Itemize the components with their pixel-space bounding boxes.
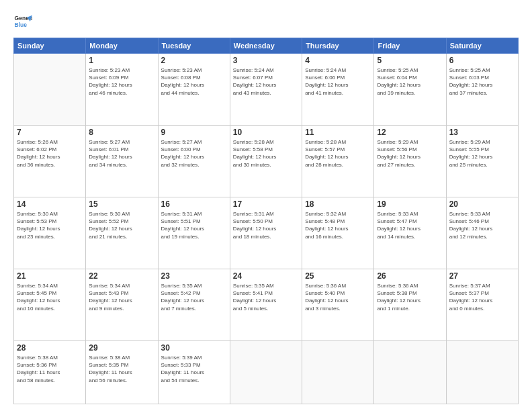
- day-info: Sunrise: 5:35 AM Sunset: 5:42 PM Dayligh…: [161, 282, 227, 312]
- day-cell: 9Sunrise: 5:27 AM Sunset: 6:00 PM Daylig…: [158, 126, 230, 197]
- day-number: 30: [161, 343, 227, 353]
- day-cell: 6Sunrise: 5:25 AM Sunset: 6:03 PM Daylig…: [446, 54, 518, 126]
- weekday-header-friday: Friday: [374, 38, 446, 54]
- day-info: Sunrise: 5:23 AM Sunset: 6:09 PM Dayligh…: [89, 66, 154, 97]
- day-cell: 18Sunrise: 5:32 AM Sunset: 5:48 PM Dayli…: [302, 197, 374, 269]
- day-info: Sunrise: 5:30 AM Sunset: 5:52 PM Dayligh…: [89, 210, 154, 240]
- day-info: Sunrise: 5:38 AM Sunset: 5:36 PM Dayligh…: [17, 354, 83, 384]
- day-info: Sunrise: 5:36 AM Sunset: 5:38 PM Dayligh…: [377, 282, 443, 312]
- day-info: Sunrise: 5:24 AM Sunset: 6:07 PM Dayligh…: [233, 66, 299, 97]
- day-number: 8: [89, 128, 154, 137]
- day-cell: [374, 341, 446, 404]
- day-number: 27: [449, 271, 515, 281]
- day-info: Sunrise: 5:25 AM Sunset: 6:04 PM Dayligh…: [377, 66, 443, 97]
- day-cell: [446, 341, 518, 404]
- day-cell: 12Sunrise: 5:29 AM Sunset: 5:56 PM Dayli…: [374, 126, 446, 197]
- day-cell: 5Sunrise: 5:25 AM Sunset: 6:04 PM Daylig…: [374, 54, 446, 126]
- day-number: 3: [233, 56, 299, 65]
- weekday-header-sunday: Sunday: [14, 38, 86, 54]
- day-cell: 8Sunrise: 5:27 AM Sunset: 6:01 PM Daylig…: [86, 126, 158, 197]
- day-number: 7: [17, 128, 83, 137]
- week-row-5: 28Sunrise: 5:38 AM Sunset: 5:36 PM Dayli…: [14, 341, 519, 404]
- day-info: Sunrise: 5:39 AM Sunset: 5:33 PM Dayligh…: [161, 354, 227, 384]
- day-number: 4: [305, 56, 371, 65]
- day-number: 1: [89, 56, 154, 65]
- header: General Blue: [13, 12, 519, 31]
- week-row-2: 7Sunrise: 5:26 AM Sunset: 6:02 PM Daylig…: [14, 126, 519, 197]
- day-cell: 1Sunrise: 5:23 AM Sunset: 6:09 PM Daylig…: [86, 54, 158, 126]
- day-info: Sunrise: 5:35 AM Sunset: 5:41 PM Dayligh…: [233, 282, 299, 312]
- day-info: Sunrise: 5:27 AM Sunset: 6:00 PM Dayligh…: [161, 138, 227, 169]
- day-number: 26: [377, 271, 443, 281]
- day-cell: 11Sunrise: 5:28 AM Sunset: 5:57 PM Dayli…: [302, 126, 374, 197]
- day-number: 12: [377, 128, 443, 137]
- calendar-table: SundayMondayTuesdayWednesdayThursdayFrid…: [13, 38, 519, 404]
- weekday-header-tuesday: Tuesday: [158, 38, 230, 54]
- day-number: 6: [449, 56, 515, 65]
- day-info: Sunrise: 5:31 AM Sunset: 5:50 PM Dayligh…: [233, 210, 299, 240]
- day-number: 29: [89, 343, 154, 353]
- day-info: Sunrise: 5:28 AM Sunset: 5:58 PM Dayligh…: [233, 138, 299, 169]
- day-number: 14: [17, 199, 83, 209]
- logo: General Blue: [13, 12, 32, 31]
- day-number: 20: [449, 199, 515, 209]
- day-info: Sunrise: 5:27 AM Sunset: 6:01 PM Dayligh…: [89, 138, 154, 169]
- weekday-header-row: SundayMondayTuesdayWednesdayThursdayFrid…: [14, 38, 519, 54]
- day-cell: 10Sunrise: 5:28 AM Sunset: 5:58 PM Dayli…: [230, 126, 302, 197]
- logo-icon: General Blue: [13, 12, 32, 31]
- day-info: Sunrise: 5:29 AM Sunset: 5:56 PM Dayligh…: [377, 138, 443, 169]
- day-cell: 19Sunrise: 5:33 AM Sunset: 5:47 PM Dayli…: [374, 197, 446, 269]
- day-info: Sunrise: 5:25 AM Sunset: 6:03 PM Dayligh…: [449, 66, 515, 97]
- day-info: Sunrise: 5:36 AM Sunset: 5:40 PM Dayligh…: [305, 282, 371, 312]
- day-info: Sunrise: 5:37 AM Sunset: 5:37 PM Dayligh…: [449, 282, 515, 312]
- day-number: 13: [449, 128, 515, 137]
- day-cell: 28Sunrise: 5:38 AM Sunset: 5:36 PM Dayli…: [14, 341, 86, 404]
- day-cell: 7Sunrise: 5:26 AM Sunset: 6:02 PM Daylig…: [14, 126, 86, 197]
- day-cell: 16Sunrise: 5:31 AM Sunset: 5:51 PM Dayli…: [158, 197, 230, 269]
- day-cell: 22Sunrise: 5:34 AM Sunset: 5:43 PM Dayli…: [86, 269, 158, 341]
- day-number: 17: [233, 199, 299, 209]
- day-cell: [302, 341, 374, 404]
- svg-text:Blue: Blue: [15, 21, 28, 28]
- day-cell: 14Sunrise: 5:30 AM Sunset: 5:53 PM Dayli…: [14, 197, 86, 269]
- day-cell: 21Sunrise: 5:34 AM Sunset: 5:45 PM Dayli…: [14, 269, 86, 341]
- day-number: 19: [377, 199, 443, 209]
- weekday-header-thursday: Thursday: [302, 38, 374, 54]
- day-number: 24: [233, 271, 299, 281]
- day-info: Sunrise: 5:26 AM Sunset: 6:02 PM Dayligh…: [17, 138, 83, 169]
- day-number: 18: [305, 199, 371, 209]
- day-info: Sunrise: 5:30 AM Sunset: 5:53 PM Dayligh…: [17, 210, 83, 240]
- weekday-header-wednesday: Wednesday: [230, 38, 302, 54]
- day-number: 9: [161, 128, 227, 137]
- day-cell: 3Sunrise: 5:24 AM Sunset: 6:07 PM Daylig…: [230, 54, 302, 126]
- day-cell: 15Sunrise: 5:30 AM Sunset: 5:52 PM Dayli…: [86, 197, 158, 269]
- week-row-3: 14Sunrise: 5:30 AM Sunset: 5:53 PM Dayli…: [14, 197, 519, 269]
- day-cell: 29Sunrise: 5:38 AM Sunset: 5:35 PM Dayli…: [86, 341, 158, 404]
- day-info: Sunrise: 5:31 AM Sunset: 5:51 PM Dayligh…: [161, 210, 227, 240]
- day-info: Sunrise: 5:24 AM Sunset: 6:06 PM Dayligh…: [305, 66, 371, 97]
- day-cell: 13Sunrise: 5:29 AM Sunset: 5:55 PM Dayli…: [446, 126, 518, 197]
- day-number: 21: [17, 271, 83, 281]
- day-cell: 25Sunrise: 5:36 AM Sunset: 5:40 PM Dayli…: [302, 269, 374, 341]
- day-number: 16: [161, 199, 227, 209]
- week-row-1: 1Sunrise: 5:23 AM Sunset: 6:09 PM Daylig…: [14, 54, 519, 126]
- day-cell: [14, 54, 86, 126]
- day-number: 10: [233, 128, 299, 137]
- day-number: 28: [17, 343, 83, 353]
- day-info: Sunrise: 5:33 AM Sunset: 5:47 PM Dayligh…: [377, 210, 443, 240]
- day-info: Sunrise: 5:23 AM Sunset: 6:08 PM Dayligh…: [161, 66, 227, 97]
- day-info: Sunrise: 5:34 AM Sunset: 5:43 PM Dayligh…: [89, 282, 154, 312]
- day-number: 23: [161, 271, 227, 281]
- day-number: 15: [89, 199, 154, 209]
- day-cell: 2Sunrise: 5:23 AM Sunset: 6:08 PM Daylig…: [158, 54, 230, 126]
- day-cell: 24Sunrise: 5:35 AM Sunset: 5:41 PM Dayli…: [230, 269, 302, 341]
- calendar-page: General Blue SundayMondayTuesdayWednesda…: [0, 0, 532, 411]
- day-cell: [230, 341, 302, 404]
- week-row-4: 21Sunrise: 5:34 AM Sunset: 5:45 PM Dayli…: [14, 269, 519, 341]
- day-number: 22: [89, 271, 154, 281]
- day-cell: 4Sunrise: 5:24 AM Sunset: 6:06 PM Daylig…: [302, 54, 374, 126]
- day-info: Sunrise: 5:33 AM Sunset: 5:46 PM Dayligh…: [449, 210, 515, 240]
- day-number: 25: [305, 271, 371, 281]
- day-number: 5: [377, 56, 443, 65]
- day-cell: 26Sunrise: 5:36 AM Sunset: 5:38 PM Dayli…: [374, 269, 446, 341]
